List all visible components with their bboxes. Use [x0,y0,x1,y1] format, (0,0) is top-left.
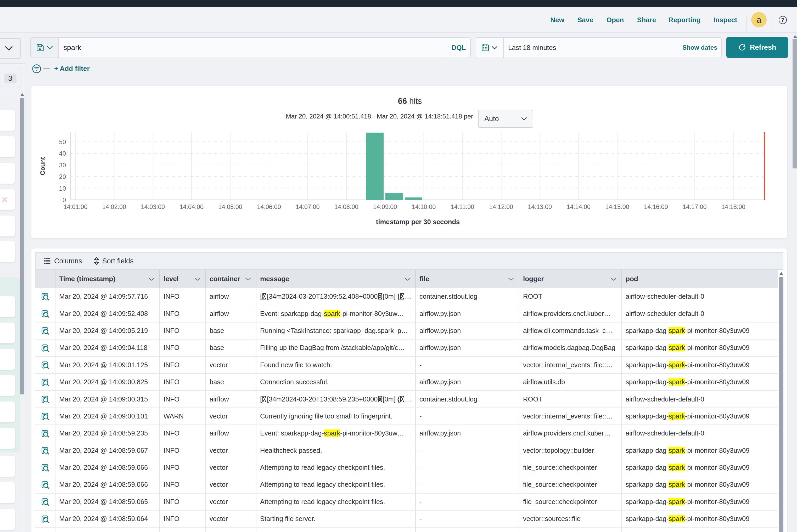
svg-text:30: 30 [59,162,66,169]
svg-text:Count: Count [39,157,46,175]
svg-text:14:15:00: 14:15:00 [605,204,629,210]
svg-text:timestamp per 30 seconds: timestamp per 30 seconds [376,218,460,226]
svg-text:14:08:00: 14:08:00 [334,204,358,210]
svg-text:14:07:00: 14:07:00 [296,204,319,210]
svg-text:14:03:00: 14:03:00 [141,204,165,210]
svg-text:0: 0 [62,197,66,204]
svg-text:10: 10 [59,185,66,192]
svg-text:14:01:00: 14:01:00 [63,204,87,210]
svg-text:14:18:00: 14:18:00 [721,204,745,210]
svg-text:20: 20 [59,173,66,180]
svg-text:14:10:00: 14:10:00 [412,204,435,210]
svg-text:14:17:00: 14:17:00 [683,204,706,210]
svg-text:50: 50 [59,139,66,146]
svg-text:14:16:00: 14:16:00 [644,204,668,210]
svg-text:14:02:00: 14:02:00 [102,204,126,210]
svg-text:40: 40 [59,150,66,157]
svg-text:14:04:00: 14:04:00 [180,204,203,210]
svg-text:14:06:00: 14:06:00 [257,204,281,210]
svg-text:14:05:00: 14:05:00 [218,204,242,210]
svg-text:14:09:00: 14:09:00 [373,204,397,210]
svg-text:14:13:00: 14:13:00 [528,204,552,210]
svg-text:14:11:00: 14:11:00 [451,204,475,210]
svg-text:14:12:00: 14:12:00 [489,204,513,210]
svg-text:14:14:00: 14:14:00 [567,204,590,210]
